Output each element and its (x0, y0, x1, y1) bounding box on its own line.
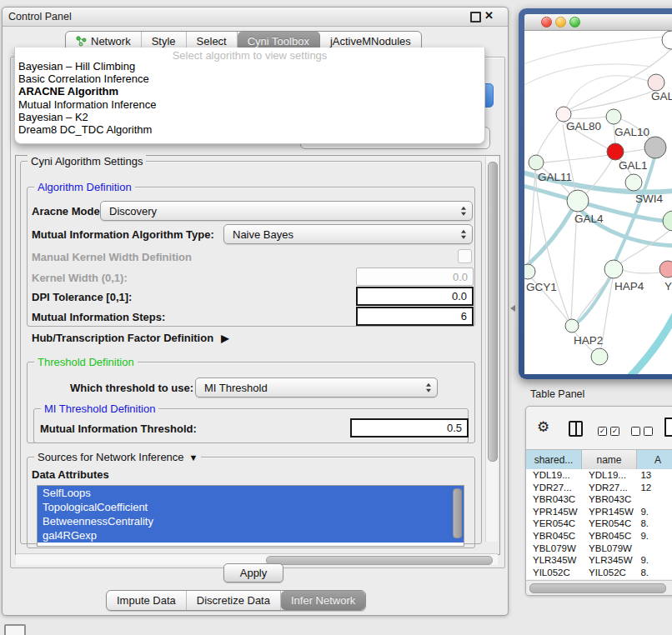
aracne-mode-combo[interactable]: Discovery (100, 201, 473, 221)
split-columns-icon[interactable] (569, 421, 583, 437)
table-cell[interactable]: YPR145W (526, 506, 582, 518)
network-edge[interactable] (624, 149, 645, 152)
network-edge[interactable] (570, 117, 607, 118)
network-node[interactable] (644, 137, 666, 158)
network-node-hap2[interactable] (565, 319, 579, 332)
table-cell[interactable]: YDL19... (526, 469, 582, 482)
dpi-tolerance-field[interactable]: 0.0 (356, 287, 474, 306)
window-minimize-traffic-light[interactable] (555, 17, 566, 28)
network-node-swi4[interactable] (625, 174, 642, 191)
table-cell[interactable]: YDL19... (582, 469, 637, 482)
algorithm-option-mutual-information[interactable]: Mutual Information Inference (18, 98, 156, 111)
column-header-shared-name[interactable]: shared... (526, 450, 582, 469)
settings-hscroll-thumb[interactable] (266, 556, 493, 565)
network-edge[interactable] (529, 170, 535, 264)
close-panel-button[interactable]: ✕ (484, 9, 494, 22)
table-cell[interactable]: YBR043C (582, 493, 637, 506)
mi-algorithm-type-combo[interactable]: Naive Bayes (223, 224, 473, 244)
apply-button[interactable]: Apply (223, 563, 283, 582)
settings-vscroll-track[interactable] (485, 157, 498, 542)
table-cell[interactable] (637, 493, 672, 506)
network-edge[interactable] (543, 155, 608, 162)
tab-infer-network[interactable]: Infer Network (281, 591, 365, 610)
hub-tf-definition-toggle[interactable]: Hub/Transcription Factor Definition▶ (32, 332, 228, 344)
table-cell[interactable]: YDR27... (582, 482, 637, 494)
list-item-betweennesscentrality[interactable]: BetweennessCentrality (38, 514, 464, 528)
mi-steps-field[interactable]: 6 (356, 307, 474, 326)
table-cell[interactable]: YER054C (582, 518, 637, 530)
table-row[interactable]: YBL079WYBL079W (526, 542, 672, 555)
window-zoom-traffic-light[interactable] (569, 17, 580, 28)
network-node[interactable] (662, 31, 672, 49)
window-close-traffic-light[interactable] (541, 17, 552, 28)
deselect-all-columns-icon[interactable] (631, 427, 653, 436)
table-cell[interactable]: YIL052C (582, 567, 637, 579)
column-header-a[interactable]: A (637, 450, 672, 469)
table-row[interactable]: YDR27...YDR27...12 (526, 482, 672, 494)
network-edge[interactable] (524, 36, 671, 64)
table-cell[interactable]: YBR045C (526, 530, 582, 542)
network-node-gal[interactable] (648, 74, 664, 91)
minimized-window-icon[interactable] (4, 624, 26, 635)
algorithm-option-aracne[interactable]: ARACNE Algorithm (18, 85, 118, 98)
table-cell[interactable]: YBL079W (526, 542, 582, 555)
table-cell[interactable]: 8. (637, 518, 672, 530)
mi-threshold-field[interactable]: 0.5 (350, 418, 469, 438)
new-table-icon[interactable] (664, 418, 672, 437)
tab-discretize-data[interactable]: Discretize Data (187, 591, 281, 610)
list-item-selfloops[interactable]: SelfLoops (38, 486, 464, 500)
table-cell[interactable]: YBR043C (526, 493, 582, 506)
table-cell[interactable]: YPR145W (582, 506, 637, 518)
table-row[interactable]: YBR045CYBR045C9. (526, 530, 672, 542)
gear-icon[interactable]: ⚙ (537, 418, 549, 436)
table-row[interactable]: YLR345WYLR345W9. (526, 554, 672, 567)
network-edge[interactable] (571, 212, 577, 320)
table-cell[interactable]: YLR345W (582, 554, 637, 567)
table-row[interactable]: YBR043CYBR043C (526, 493, 672, 506)
network-node-gal1[interactable] (607, 143, 624, 160)
table-cell[interactable]: YER054C (526, 518, 582, 530)
algorithm-option-bayesian-k2[interactable]: Bayesian – K2 (18, 111, 88, 123)
sources-group-toggle[interactable]: Sources for Network Inference▼ (34, 451, 201, 463)
network-edge[interactable] (623, 270, 660, 273)
float-window-button[interactable] (470, 12, 481, 22)
algorithm-option-bayesian-hill-climbing[interactable]: Bayesian – Hill Climbing (18, 60, 135, 72)
table-row[interactable]: YER054CYER054C8. (526, 518, 672, 530)
manual-kernel-width-checkbox[interactable] (458, 249, 472, 263)
panel-collapse-arrow[interactable] (510, 305, 515, 312)
network-node-gcy1[interactable] (524, 264, 535, 279)
table-cell[interactable]: 13 (637, 469, 672, 482)
network-node-gal10[interactable] (606, 109, 621, 124)
network-node[interactable] (663, 211, 672, 231)
list-item-gal4rgexp[interactable]: gal4RGexp (38, 528, 464, 542)
algorithm-option-dream8[interactable]: Dream8 DC_TDC Algorithm (18, 123, 152, 136)
list-vertical-scrollbar[interactable] (453, 488, 462, 538)
settings-vscroll-thumb[interactable] (488, 162, 498, 462)
table-cell[interactable]: YDR27... (526, 482, 582, 494)
network-edge[interactable] (537, 120, 559, 156)
table-cell[interactable]: YBR045C (582, 530, 637, 542)
network-edge[interactable] (569, 90, 656, 112)
kernel-width-field[interactable]: 0.0 (356, 268, 474, 286)
table-row[interactable]: YIL052CYIL052C8. (526, 567, 672, 579)
table-cell[interactable]: YLR345W (526, 554, 582, 567)
table-row[interactable]: YDL19...YDL19...13 (526, 469, 672, 482)
table-cell[interactable] (637, 542, 672, 555)
table-cell[interactable]: 9. (637, 530, 672, 542)
table-cell[interactable]: 9. (637, 506, 672, 518)
table-row[interactable]: YPR145WYPR145W9. (526, 506, 672, 518)
table-cell[interactable]: 9. (637, 554, 672, 567)
column-header-name[interactable]: name (582, 450, 637, 469)
table-cell[interactable]: YBL079W (582, 542, 637, 555)
table-cell[interactable]: 12 (637, 482, 672, 494)
network-canvas[interactable]: GALGAL80GAL10GAL1GAL11SWI4GAL4GCY1HAP4YH… (524, 31, 672, 374)
table-hscroll-thumb[interactable] (529, 583, 666, 593)
which-threshold-combo[interactable]: MI Threshold (195, 378, 438, 398)
select-all-columns-icon[interactable]: ✓✓ (598, 427, 619, 436)
network-edge[interactable] (576, 276, 611, 322)
network-edge[interactable] (624, 316, 672, 374)
table-cell[interactable]: 8. (637, 567, 672, 579)
network-node[interactable] (591, 348, 608, 365)
network-node-y[interactable] (659, 261, 672, 278)
table-hscroll-track[interactable] (526, 580, 672, 595)
